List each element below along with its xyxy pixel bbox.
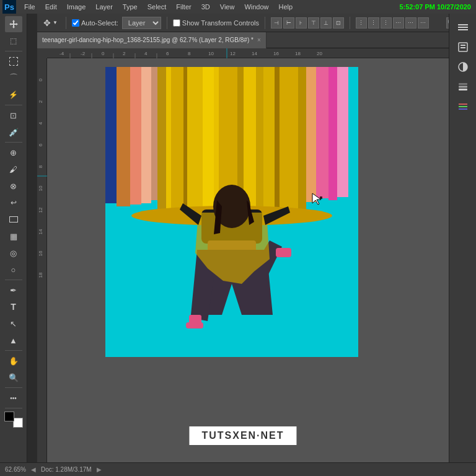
- svg-rect-61: [263, 67, 275, 216]
- svg-rect-1: [458, 27, 468, 28]
- dodge-tool[interactable]: ○: [5, 262, 22, 278]
- dist-right-icon[interactable]: ⋮: [381, 17, 392, 29]
- menu-type[interactable]: Type: [118, 2, 142, 12]
- svg-text:0: 0: [102, 51, 105, 56]
- properties-panel-icon[interactable]: [454, 38, 472, 56]
- align-center-v-icon[interactable]: ⊥: [320, 17, 332, 29]
- svg-text:4: 4: [38, 121, 43, 125]
- move-tool-btn[interactable]: ✥ ▼: [41, 17, 60, 29]
- crop-tool[interactable]: ⊡: [5, 107, 22, 123]
- marquee-tool[interactable]: [5, 53, 22, 69]
- brush-icon: 🖌: [9, 165, 17, 174]
- zoom-tool[interactable]: 🔍: [5, 369, 22, 386]
- svg-rect-55: [203, 67, 214, 216]
- align-bottom-icon[interactable]: ⊡: [333, 17, 344, 29]
- align-right-icon[interactable]: ⊦: [296, 17, 307, 29]
- align-center-h-icon[interactable]: ⊢: [283, 17, 294, 29]
- extra-tools[interactable]: •••: [5, 390, 22, 406]
- ruler-corner: [37, 48, 47, 58]
- eraser-icon: [9, 216, 18, 223]
- svg-rect-68: [328, 67, 337, 200]
- history-brush-tool[interactable]: ↩: [5, 195, 22, 211]
- transform-checkbox[interactable]: [173, 19, 180, 27]
- tab-close-btn[interactable]: ×: [257, 37, 261, 43]
- align-left-icon[interactable]: ⊣: [271, 17, 282, 29]
- canvas-area[interactable]: -4 -2 0 2 4 6 8 10 12 14 16 18 20 0 2: [37, 48, 449, 462]
- menu-image[interactable]: Image: [63, 2, 90, 12]
- menu-file[interactable]: File: [20, 2, 40, 12]
- dodge-icon: ○: [11, 265, 16, 275]
- align-top-icon[interactable]: ⊤: [308, 17, 319, 29]
- menu-select[interactable]: Select: [143, 2, 171, 12]
- dist-bottom-icon[interactable]: ⋯: [418, 17, 429, 29]
- dist-left-icon[interactable]: ⋮: [356, 17, 367, 29]
- artboard-tool[interactable]: ⬚: [5, 33, 22, 49]
- svg-rect-5: [461, 47, 465, 48]
- watermark-text: TUTSXEN·NET: [201, 430, 284, 441]
- lasso-tool[interactable]: ⌒: [5, 70, 22, 86]
- menu-window[interactable]: Window: [240, 2, 273, 12]
- brush-tool[interactable]: 🖌: [5, 161, 22, 177]
- svg-rect-54: [187, 67, 203, 216]
- zoom-level: 62.65%: [5, 466, 26, 473]
- tab-filename: teenager-girl-dancing-hip-hop_1368-25155…: [42, 37, 253, 43]
- svg-rect-67: [316, 67, 328, 198]
- dist-top-icon[interactable]: ⋯: [393, 17, 404, 29]
- clone-tool[interactable]: ⊗: [5, 178, 22, 194]
- eyedropper-tool[interactable]: 💉: [5, 124, 22, 140]
- quick-select-tool[interactable]: ⚡: [5, 87, 22, 103]
- gradient-icon: ▦: [10, 232, 17, 241]
- channels-panel-icon[interactable]: [454, 98, 472, 115]
- canvas-image: [105, 67, 358, 357]
- dist-mid-icon[interactable]: ⋯: [405, 17, 416, 29]
- menu-items: File Edit Image Layer Type Select Filter…: [20, 2, 399, 12]
- fg-bg-color[interactable]: [3, 410, 24, 429]
- layer-dropdown[interactable]: Layer Group: [122, 17, 161, 29]
- auto-select-label[interactable]: Auto-Select:: [72, 19, 118, 27]
- svg-text:4: 4: [144, 51, 148, 56]
- svg-rect-51: [166, 67, 171, 216]
- type-icon: T: [11, 302, 16, 312]
- menu-edit[interactable]: Edit: [41, 2, 61, 12]
- svg-rect-46: [130, 67, 141, 205]
- move-tool[interactable]: [5, 16, 22, 32]
- ruler-h-ticks: -4 -2 0 2 4 6 8 10 12 14 16 18 20: [47, 48, 449, 58]
- healing-tool[interactable]: ⊕: [5, 144, 22, 161]
- status-left-arrow[interactable]: ◀: [31, 466, 36, 473]
- svg-text:0: 0: [38, 78, 43, 81]
- blur-tool[interactable]: ◎: [5, 245, 22, 261]
- shape-tool[interactable]: ▲: [5, 332, 22, 348]
- gradient-tool[interactable]: ▦: [5, 228, 22, 244]
- transform-label[interactable]: Show Transform Controls: [173, 19, 259, 27]
- menu-view[interactable]: View: [216, 2, 239, 12]
- align-group: ⊣ ⊢ ⊦ ⊤ ⊥ ⊡: [271, 17, 344, 29]
- menu-help[interactable]: Help: [275, 2, 298, 12]
- type-tool[interactable]: T: [5, 299, 22, 315]
- menu-layer[interactable]: Layer: [91, 2, 117, 12]
- document-tab[interactable]: teenager-girl-dancing-hip-hop_1368-25155…: [37, 32, 267, 48]
- pen-tool[interactable]: ✒: [5, 282, 22, 298]
- ps-logo: Ps: [2, 0, 16, 14]
- dist-center-icon[interactable]: ⋮: [368, 17, 379, 29]
- expand-panels-icon[interactable]: [454, 19, 472, 36]
- top-toolbar: ✥ ▼ Auto-Select: Layer Group Show Transf…: [37, 14, 476, 32]
- menu-3d[interactable]: 3D: [197, 2, 214, 12]
- healing-icon: ⊕: [10, 148, 17, 157]
- path-select-tool[interactable]: ↖: [5, 315, 22, 332]
- auto-select-checkbox[interactable]: [72, 19, 79, 27]
- hand-tool[interactable]: ✋: [5, 353, 22, 369]
- adjustments-icon[interactable]: [454, 58, 472, 76]
- shape-icon: ▲: [9, 336, 17, 345]
- layers-panel-icon[interactable]: [454, 78, 472, 95]
- right-panel: [449, 14, 476, 462]
- eraser-tool[interactable]: [5, 211, 22, 227]
- menu-filter[interactable]: Filter: [172, 2, 195, 12]
- status-right-arrow[interactable]: ▶: [97, 466, 102, 473]
- sep4: [350, 17, 350, 29]
- toolbar-sep-7: [5, 408, 22, 408]
- svg-rect-60: [256, 67, 263, 216]
- svg-rect-48: [151, 67, 157, 200]
- move-arrow: ▼: [53, 20, 58, 25]
- toolbar-sep-5: [5, 350, 22, 351]
- watermark: TUTSXEN·NET: [189, 426, 296, 445]
